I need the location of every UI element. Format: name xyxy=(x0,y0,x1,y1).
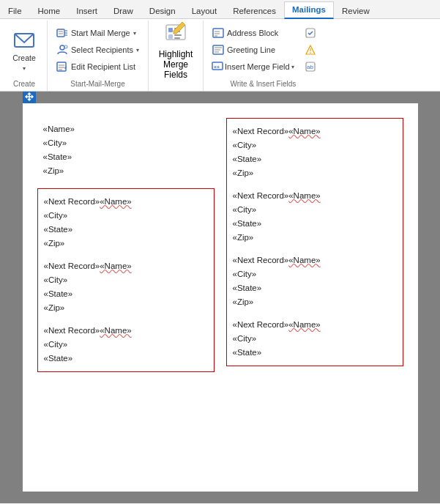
svg-point-33 xyxy=(310,52,311,53)
tab-mailings[interactable]: Mailings xyxy=(284,1,334,19)
mail-merge-stacked: Start Mail Merge ▾ Select Recipients xyxy=(52,23,143,75)
address-block-icon xyxy=(212,27,224,39)
wi-icon-2[interactable] xyxy=(302,42,318,58)
greeting-line-button[interactable]: Greeting Line xyxy=(208,42,298,58)
svg-text:ab: ab xyxy=(307,64,313,70)
greeting-line-icon xyxy=(212,44,224,56)
svg-rect-18 xyxy=(174,34,182,36)
write-insert-group: Address Block Greeting Line xyxy=(204,21,323,91)
envelope-icon xyxy=(12,28,36,51)
address-block-label: Address Block xyxy=(227,29,278,37)
highlight-icon xyxy=(163,21,188,48)
svg-rect-19 xyxy=(174,37,180,39)
left-first-block-line3: «State» xyxy=(43,150,209,164)
create-group-label: Create xyxy=(13,80,35,89)
greeting-line-label: Greeting Line xyxy=(227,45,275,54)
left-first-block: «Name» «City» «State» «Zip» xyxy=(37,118,215,182)
mail-merge-icon xyxy=(56,27,68,39)
tab-design[interactable]: Design xyxy=(141,3,184,19)
svg-text:«»: «» xyxy=(214,64,220,70)
insert-merge-field-button[interactable]: «» Insert Merge Field ▾ xyxy=(208,59,298,75)
right-block-4: «Next Record»«Name» «City» «State» xyxy=(233,315,397,360)
document-area: «Name» «City» «State» «Zip» «Next Record… xyxy=(0,92,440,503)
tab-insert[interactable]: Insert xyxy=(68,3,105,19)
left-block-1: «Next Record»«Name» «City» «State» «Zip» xyxy=(44,192,208,256)
left-block-2: «Next Record»«Name» «City» «State» «Zip» xyxy=(44,256,208,321)
tab-bar: File Home Insert Draw Design Layout Refe… xyxy=(0,0,440,19)
left-block-3: «Next Record»«Name» «City» «State» xyxy=(44,321,208,366)
wi-icon-1[interactable] xyxy=(302,25,318,41)
insert-merge-field-label: Insert Merge Field xyxy=(225,62,290,71)
start-mail-merge-arrow: ▾ xyxy=(133,30,136,37)
tab-layout[interactable]: Layout xyxy=(184,3,225,19)
highlight-group: Highlight Merge Fields xyxy=(149,21,204,91)
select-recipients-arrow: ▾ xyxy=(136,47,139,53)
edit-recipient-list-label: Edit Recipient List xyxy=(71,62,135,71)
select-recipients-button[interactable]: Select Recipients ▾ xyxy=(52,42,143,58)
right-bordered-section: «Next Record»«Name» «City» «State» «Zip»… xyxy=(226,118,403,366)
create-dropdown-arrow: ▾ xyxy=(23,65,26,72)
wi-icon-3[interactable]: ab xyxy=(302,59,318,75)
create-group: Create ▾ Create xyxy=(1,21,48,91)
svg-rect-17 xyxy=(168,34,173,39)
create-label: Create xyxy=(12,53,36,63)
start-mail-merge-button[interactable]: Start Mail Merge ▾ xyxy=(52,25,143,41)
start-mail-merge-label: Start Mail Merge xyxy=(71,29,130,37)
edit-recipient-list-button[interactable]: Edit Recipient List xyxy=(52,59,143,75)
insert-merge-field-icon: «» xyxy=(212,60,223,73)
edit-list-icon xyxy=(56,61,68,73)
left-first-block-line4: «Zip» xyxy=(43,164,209,178)
label-columns: «Name» «City» «State» «Zip» «Next Record… xyxy=(37,118,403,372)
tab-review[interactable]: Review xyxy=(334,3,378,19)
address-block-button[interactable]: Address Block xyxy=(208,25,298,41)
ribbon: File Home Insert Draw Design Layout Refe… xyxy=(0,0,440,92)
highlight-merge-fields-button[interactable]: Highlight Merge Fields xyxy=(153,23,198,76)
move-icon xyxy=(25,92,34,101)
svg-rect-14 xyxy=(168,28,173,32)
svg-point-7 xyxy=(60,45,64,50)
right-block-2: «Next Record»«Name» «City» «State» «Zip» xyxy=(233,186,397,251)
highlight-merge-fields-label: Highlight Merge Fields xyxy=(157,49,195,80)
left-bordered-section: «Next Record»«Name» «City» «State» «Zip»… xyxy=(37,188,215,372)
right-column: «Next Record»«Name» «City» «State» «Zip»… xyxy=(226,118,403,372)
right-block-1: «Next Record»«Name» «City» «State» «Zip» xyxy=(233,122,397,186)
ribbon-content: Create ▾ Create xyxy=(0,19,440,91)
start-mail-merge-group: Start Mail Merge ▾ Select Recipients xyxy=(48,21,149,91)
left-column: «Name» «City» «State» «Zip» «Next Record… xyxy=(37,118,215,372)
tab-home[interactable]: Home xyxy=(30,3,69,19)
create-button[interactable]: Create ▾ xyxy=(6,23,42,76)
tab-references[interactable]: References xyxy=(225,3,284,19)
left-first-block-line1: «Name» xyxy=(43,122,209,136)
svg-rect-1 xyxy=(57,29,64,37)
write-insert-stacked: Address Block Greeting Line xyxy=(208,23,298,75)
left-first-block-line2: «City» xyxy=(43,136,209,150)
svg-point-8 xyxy=(64,45,67,48)
move-handle[interactable] xyxy=(23,92,36,103)
tab-draw[interactable]: Draw xyxy=(105,3,141,19)
select-recipients-label: Select Recipients xyxy=(71,45,133,54)
start-mail-merge-group-label: start-mail-merge xyxy=(70,80,124,89)
write-insert-side-icons: ab xyxy=(299,23,318,75)
insert-merge-field-arrow: ▾ xyxy=(291,64,294,70)
write-insert-group-label: Write & Insert Fields xyxy=(230,80,296,89)
right-block-3: «Next Record»«Name» «City» «State» «Zip» xyxy=(233,251,397,315)
page: «Name» «City» «State» «Zip» «Next Record… xyxy=(23,103,418,492)
tab-file[interactable]: File xyxy=(0,3,30,19)
recipients-icon xyxy=(56,44,68,56)
